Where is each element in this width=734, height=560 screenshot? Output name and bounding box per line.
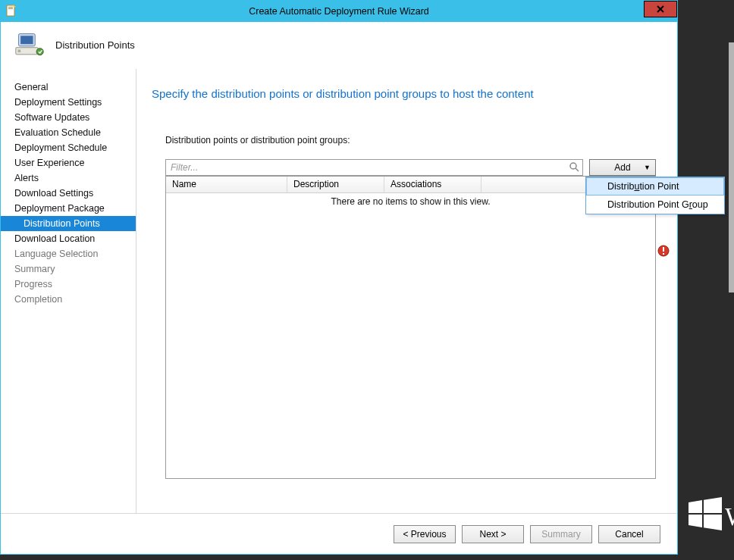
close-button[interactable]	[644, 1, 677, 17]
svg-marker-15	[689, 515, 702, 527]
summary-button: Summary	[530, 525, 592, 543]
step-summary: Summary	[1, 261, 136, 277]
previous-button[interactable]: < Previous	[394, 525, 456, 543]
step-language-selection: Language Selection	[1, 246, 136, 261]
add-button[interactable]: Add ▼ Distribution Point Distribution Po…	[589, 159, 656, 176]
list-label: Distribution points or distribution poin…	[152, 135, 656, 145]
desktop: Create Automatic Deployment Rule Wizard …	[0, 0, 734, 560]
sidebar: General Deployment Settings Software Upd…	[1, 69, 136, 513]
svg-marker-16	[704, 515, 722, 530]
col-name[interactable]: Name	[166, 177, 287, 192]
step-progress: Progress	[1, 277, 136, 292]
search-icon	[569, 161, 579, 174]
menu-distribution-point-group[interactable]: Distribution Point Group	[586, 196, 724, 214]
empty-message: There are no items to show in this view.	[166, 193, 655, 207]
desktop-scrollbar[interactable]	[729, 42, 734, 293]
grid-header: Name Description Associations	[166, 177, 655, 193]
svg-rect-1	[8, 7, 13, 8]
step-software-updates[interactable]: Software Updates	[1, 110, 136, 125]
svg-rect-2	[8, 8, 13, 9]
cancel-button[interactable]: Cancel	[598, 525, 660, 543]
footer: < Previous Next > Summary Cancel	[1, 513, 677, 554]
col-associations[interactable]: Associations	[384, 177, 481, 192]
svg-marker-14	[704, 497, 722, 513]
grid-toolbar: Add ▼ Distribution Point Distribution Po…	[165, 159, 656, 176]
header-band: Distribution Points	[1, 22, 677, 69]
svg-marker-13	[689, 500, 702, 513]
svg-rect-11	[663, 247, 664, 252]
add-dropdown-menu: Distribution Point Distribution Point Gr…	[585, 177, 725, 214]
svg-text:W: W	[725, 502, 734, 530]
step-deployment-package[interactable]: Deployment Package	[1, 201, 136, 216]
svg-point-8	[570, 163, 576, 169]
windows-logo: W	[687, 493, 734, 546]
add-button-label: Add	[614, 162, 630, 173]
step-download-settings[interactable]: Download Settings	[1, 186, 136, 201]
wizard-icon	[4, 4, 19, 19]
svg-rect-4	[20, 36, 33, 44]
step-completion: Completion	[1, 292, 136, 307]
filter-wrap	[165, 159, 583, 176]
svg-line-9	[576, 168, 579, 171]
window-title: Create Automatic Deployment Rule Wizard	[1, 6, 677, 17]
page-title: Distribution Points	[55, 39, 135, 51]
wizard-body: General Deployment Settings Software Upd…	[1, 69, 677, 513]
step-general[interactable]: General	[1, 80, 136, 95]
wizard-window: Create Automatic Deployment Rule Wizard …	[0, 0, 678, 555]
grid-area: Add ▼ Distribution Point Distribution Po…	[152, 159, 656, 479]
chevron-down-icon: ▼	[644, 164, 651, 171]
step-user-experience[interactable]: User Experience	[1, 155, 136, 171]
error-icon	[657, 245, 670, 257]
filter-input[interactable]	[166, 160, 582, 175]
step-alerts[interactable]: Alerts	[1, 171, 136, 186]
content-area: Specify the distribution points or distr…	[136, 69, 677, 513]
step-evaluation-schedule[interactable]: Evaluation Schedule	[1, 125, 136, 140]
titlebar[interactable]: Create Automatic Deployment Rule Wizard	[1, 1, 677, 22]
col-description[interactable]: Description	[287, 177, 384, 192]
svg-point-7	[36, 48, 43, 55]
instruction-text: Specify the distribution points or distr…	[152, 87, 656, 100]
svg-rect-12	[663, 253, 664, 255]
next-button[interactable]: Next >	[462, 525, 524, 543]
step-distribution-points[interactable]: Distribution Points	[1, 216, 136, 231]
computer-icon	[14, 30, 45, 61]
step-deployment-schedule[interactable]: Deployment Schedule	[1, 140, 136, 155]
step-deployment-settings[interactable]: Deployment Settings	[1, 95, 136, 110]
menu-distribution-point[interactable]: Distribution Point	[586, 177, 724, 196]
step-download-location[interactable]: Download Location	[1, 231, 136, 246]
dp-grid: Name Description Associations There are …	[165, 176, 656, 479]
svg-rect-6	[18, 49, 21, 52]
close-icon	[657, 5, 664, 13]
